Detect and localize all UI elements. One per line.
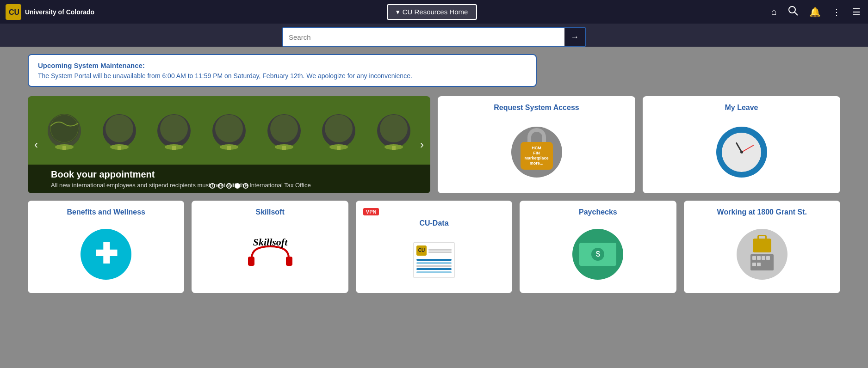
globe-icon-1 xyxy=(41,105,87,152)
globe-icon-7 xyxy=(371,105,417,152)
cu-logo-icon: CU xyxy=(6,4,21,20)
nav-right-icons: ⌂ 🔔 ⋮ ☰ xyxy=(769,4,862,20)
university-name: University of Colorado xyxy=(25,8,94,16)
briefcase-icon xyxy=(753,239,771,252)
svg-rect-34 xyxy=(286,257,292,266)
window-4 xyxy=(766,256,770,260)
clock-minute-hand xyxy=(741,145,754,153)
search-arrow-icon: → xyxy=(570,32,579,42)
svg-rect-24 xyxy=(282,146,286,150)
university-logo: CU University of Colorado xyxy=(6,4,94,20)
globe-icon-2 xyxy=(96,105,143,152)
main-content: Upcoming System Maintenance: The System … xyxy=(0,47,868,347)
globe-icon-4 xyxy=(206,105,252,152)
dollar-bill-icon: $ xyxy=(579,243,616,266)
request-system-access-card[interactable]: Request System Access HCMFINMarketplacem… xyxy=(438,96,635,193)
svg-rect-12 xyxy=(118,146,121,150)
lock-body: HCMFINMarketplacemore... xyxy=(521,142,553,170)
carousel-dot-1[interactable] xyxy=(210,183,215,189)
benefits-circle-icon: ✚ xyxy=(81,229,131,280)
cu-resources-home-button[interactable]: ▾ CU Resources Home xyxy=(387,4,477,20)
carousel-dot-3[interactable] xyxy=(226,183,232,189)
svg-point-18 xyxy=(215,115,243,142)
carousel-prev-button[interactable]: ‹ xyxy=(31,135,42,155)
search-area: → xyxy=(0,24,868,47)
svg-rect-6 xyxy=(62,146,66,150)
briefcase-handle xyxy=(757,235,767,239)
svg-point-26 xyxy=(325,115,353,142)
clock-icon xyxy=(716,127,767,178)
doc-line-3 xyxy=(416,268,452,270)
carousel-dot-2[interactable] xyxy=(218,183,223,189)
nav-title-text: CU Resources Home xyxy=(403,8,468,16)
search-icon-button[interactable] xyxy=(786,4,800,20)
lock-shackle xyxy=(527,128,546,142)
request-system-access-icon-area: HCMFINMarketplacemore... xyxy=(511,118,562,186)
doc-line-2 xyxy=(416,262,452,264)
working-grant-icon-area xyxy=(737,223,787,286)
building-icon xyxy=(737,229,787,280)
carousel: ‹ › Book your appointment All new intern… xyxy=(28,96,430,193)
skillsoft-logo-svg: Skillsoft xyxy=(238,237,303,270)
carousel-left-arrow-icon: ‹ xyxy=(34,138,38,151)
skillsoft-title: Skillsoft xyxy=(255,208,284,216)
svg-rect-20 xyxy=(227,146,231,150)
bell-icon-button[interactable]: 🔔 xyxy=(807,5,823,19)
building-icon-inner xyxy=(750,239,774,270)
globe-icon-6 xyxy=(316,105,362,152)
skillsoft-card[interactable]: Skillsoft Skillsoft xyxy=(192,201,348,293)
svg-text:Skillsoft: Skillsoft xyxy=(253,237,287,248)
carousel-title: Book your appointment xyxy=(51,169,407,180)
globe-icon-3 xyxy=(151,105,197,152)
paychecks-circle-icon: $ xyxy=(572,229,623,280)
cu-data-card[interactable]: VPN CU-Data CU xyxy=(356,201,512,293)
svg-point-10 xyxy=(105,115,133,142)
carousel-dot-5[interactable] xyxy=(243,183,248,189)
paychecks-card[interactable]: Paychecks $ xyxy=(520,201,676,293)
lock-icon: HCMFINMarketplacemore... xyxy=(511,127,562,178)
benefits-wellness-title: Benefits and Wellness xyxy=(67,208,145,216)
benefits-wellness-card[interactable]: Benefits and Wellness ✚ xyxy=(28,201,184,293)
cu-data-icon-area: CU xyxy=(413,234,455,286)
carousel-dot-4[interactable] xyxy=(235,183,240,189)
medical-cross-icon: ✚ xyxy=(94,240,118,268)
title-chevron: ▾ xyxy=(396,8,400,16)
carousel-globes xyxy=(28,96,430,156)
svg-point-22 xyxy=(270,115,298,142)
search-container: → xyxy=(282,27,586,47)
home-icon-button[interactable]: ⌂ xyxy=(769,5,779,19)
request-system-access-title: Request System Access xyxy=(494,104,579,112)
carousel-dots xyxy=(210,183,248,189)
search-input[interactable] xyxy=(283,33,564,41)
carousel-right-arrow-icon: › xyxy=(420,138,424,151)
clock-face xyxy=(722,133,761,172)
bottom-cards-grid: Benefits and Wellness ✚ Skillsoft xyxy=(28,201,840,293)
svg-line-2 xyxy=(794,12,798,15)
window-2 xyxy=(757,256,761,260)
dollar-sign-circle: $ xyxy=(591,248,604,261)
window-3 xyxy=(762,256,765,260)
navbar: CU University of Colorado ▾ CU Resources… xyxy=(0,0,868,24)
notification-title: Upcoming System Maintenance: xyxy=(38,61,527,69)
cu-data-logo-small: CU xyxy=(416,245,427,256)
window-6 xyxy=(757,263,761,266)
hamburger-menu-button[interactable]: ☰ xyxy=(850,5,862,19)
carousel-text-overlay: Book your appointment All new internatio… xyxy=(28,165,430,193)
skillsoft-icon-area: Skillsoft xyxy=(238,223,303,286)
nav-center: ▾ CU Resources Home xyxy=(94,4,769,20)
paychecks-title: Paychecks xyxy=(579,208,617,216)
notification-text: The System Portal will be unavailable fr… xyxy=(38,72,527,80)
my-leave-card[interactable]: My Leave xyxy=(643,96,840,193)
paychecks-icon-area: $ xyxy=(572,223,623,286)
working-grant-card[interactable]: Working at 1800 Grant St. xyxy=(684,201,840,293)
svg-point-30 xyxy=(380,115,408,142)
carousel-next-button[interactable]: › xyxy=(416,135,428,155)
top-content-grid: ‹ › Book your appointment All new intern… xyxy=(28,96,840,193)
search-submit-button[interactable]: → xyxy=(564,27,585,47)
svg-point-7 xyxy=(50,114,79,143)
more-dots-button[interactable]: ⋮ xyxy=(830,5,843,19)
svg-rect-32 xyxy=(392,146,396,150)
doc-line-1 xyxy=(416,259,452,261)
doc-line-4 xyxy=(416,271,452,273)
window-5 xyxy=(752,263,756,266)
